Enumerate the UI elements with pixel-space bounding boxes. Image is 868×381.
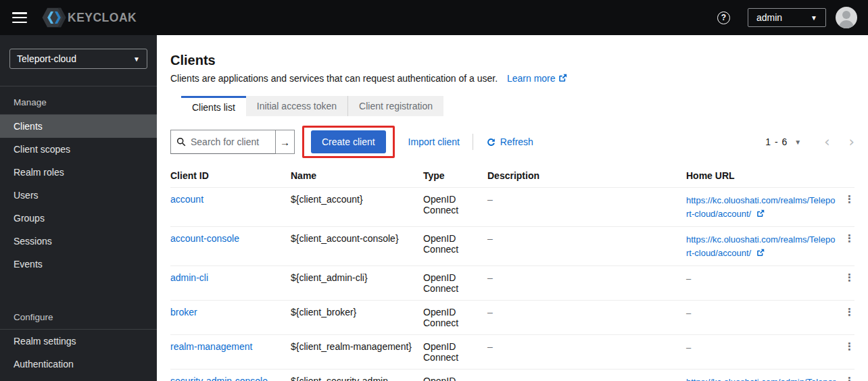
page-description-text: Clients are applications and services th… [170, 73, 498, 84]
toolbar-divider [473, 134, 473, 150]
main-content: Clients Clients are applications and ser… [157, 35, 868, 381]
kebab-menu-icon[interactable]: ⋮ [844, 193, 854, 205]
sidebar-item-realm-roles[interactable]: Realm roles [0, 161, 157, 184]
create-client-button[interactable]: Create client [311, 130, 386, 153]
pagination-range[interactable]: 1 - 6 [765, 136, 788, 147]
external-link-icon [756, 249, 765, 257]
sidebar-item-client-scopes[interactable]: Client scopes [0, 138, 157, 161]
table-row: admin-cli ${client_admin-cli} OpenID Con… [170, 266, 854, 301]
client-description: – [487, 188, 686, 227]
client-id-link[interactable]: broker [170, 307, 197, 318]
kebab-menu-icon[interactable]: ⋮ [844, 306, 854, 318]
sidebar-item-events[interactable]: Events [0, 253, 157, 276]
table-row: broker ${client_broker} OpenID Connect –… [170, 301, 854, 335]
search-box [170, 130, 276, 154]
sidebar: Teleport-cloud ▼ ManageClientsClient sco… [0, 35, 157, 381]
annotation-box: Create client [302, 126, 395, 158]
client-id-link[interactable]: realm-management [170, 341, 252, 352]
column-client-id: Client ID [170, 164, 291, 188]
client-id-link[interactable]: admin-cli [170, 272, 208, 283]
sidebar-item-identity-providers[interactable]: Identity providers [0, 376, 157, 381]
pagination-top: 1 - 6 ▼ ‹ › [765, 135, 854, 149]
pagination-prev-icon[interactable]: ‹ [824, 135, 829, 149]
masthead: KEYCLOAK ? admin ▼ [0, 0, 868, 35]
column-home-url: Home URL [686, 164, 844, 188]
home-url-link[interactable]: https://kc.oluoshati.com/realms/Teleport… [686, 195, 835, 219]
table-row: realm-management ${client_realm-manageme… [170, 335, 854, 370]
user-dropdown[interactable]: admin ▼ [748, 8, 826, 27]
nav-section-title-configure: Configure [0, 304, 157, 329]
kebab-menu-icon[interactable]: ⋮ [844, 375, 854, 381]
external-link-icon [756, 209, 765, 218]
sidebar-item-users[interactable]: Users [0, 184, 157, 207]
client-type: OpenID Connect [423, 266, 487, 301]
page-description: Clients are applications and services th… [170, 73, 854, 84]
client-name: ${client_broker} [291, 301, 423, 335]
kebab-menu-icon[interactable]: ⋮ [844, 340, 854, 353]
nav-section-title-manage: Manage [0, 89, 157, 114]
tab-bar: Clients listInitial access tokenClient r… [181, 96, 854, 116]
tab-initial-access-token[interactable]: Initial access token [246, 96, 347, 116]
search-submit-button[interactable]: → [276, 130, 295, 154]
learn-more-link[interactable]: Learn more [507, 73, 567, 84]
caret-down-icon: ▼ [811, 14, 817, 22]
client-description: – [487, 335, 686, 370]
column-actions [844, 164, 854, 188]
refresh-button[interactable]: Refresh [486, 136, 533, 147]
sidebar-nav: ManageClientsClient scopesRealm rolesUse… [0, 89, 157, 381]
sidebar-item-clients[interactable]: Clients [0, 115, 157, 138]
client-name: ${client_security-admin-console} [291, 370, 423, 381]
realm-selector-value: Teleport-cloud [17, 53, 76, 64]
search-icon [176, 137, 186, 147]
table-header-row: Client ID Name Type Description Home URL [170, 164, 854, 188]
client-type: OpenID Connect [423, 301, 487, 335]
column-name: Name [291, 164, 423, 188]
client-id-link[interactable]: security-admin-console [170, 376, 268, 381]
table-row: security-admin-console ${client_security… [170, 370, 854, 381]
sidebar-item-authentication[interactable]: Authentication [0, 353, 157, 376]
sidebar-item-groups[interactable]: Groups [0, 207, 157, 230]
home-url-empty: – [686, 274, 691, 284]
client-type: OpenID Connect [423, 188, 487, 227]
client-id-link[interactable]: account-console [170, 233, 239, 244]
pagination-next-icon[interactable]: › [849, 135, 854, 149]
toolbar: → Create client Import client Refresh 1 … [170, 126, 854, 158]
hamburger-menu-icon[interactable] [12, 12, 27, 23]
home-url-link[interactable]: https://kc.oluoshati.com/admin/Teleport-… [686, 377, 836, 381]
keycloak-brand[interactable]: KEYCLOAK [42, 7, 137, 28]
sidebar-item-sessions[interactable]: Sessions [0, 230, 157, 253]
tab-clients-list[interactable]: Clients list [181, 96, 246, 116]
kebab-menu-icon[interactable]: ⋮ [844, 232, 854, 245]
client-description: – [487, 266, 686, 301]
table-row: account-console ${client_account-console… [170, 227, 854, 266]
realm-selector[interactable]: Teleport-cloud ▼ [9, 49, 147, 69]
page-title: Clients [170, 53, 854, 68]
client-name: ${client_admin-cli} [291, 266, 423, 301]
sidebar-divider [0, 86, 157, 86]
keycloak-logo-icon [42, 7, 66, 28]
avatar[interactable] [836, 7, 857, 28]
client-description: – [487, 370, 686, 381]
kebab-menu-icon[interactable]: ⋮ [844, 272, 854, 284]
help-icon[interactable]: ? [717, 11, 730, 24]
column-type: Type [423, 164, 487, 188]
tab-client-registration[interactable]: Client registration [347, 96, 443, 116]
client-name: ${client_account-console} [291, 227, 423, 266]
refresh-icon [486, 137, 496, 147]
pagination-caret-icon[interactable]: ▼ [794, 138, 801, 146]
client-description: – [487, 227, 686, 266]
import-client-link[interactable]: Import client [408, 136, 460, 147]
client-type: OpenID Connect [423, 227, 487, 266]
client-id-link[interactable]: account [170, 194, 203, 205]
client-name: ${client_realm-management} [291, 335, 423, 370]
external-link-icon [558, 74, 567, 82]
home-url-link[interactable]: https://kc.oluoshati.com/realms/Teleport… [686, 234, 835, 258]
search-input[interactable] [191, 136, 270, 147]
clients-table: Client ID Name Type Description Home URL… [170, 164, 854, 381]
home-url-empty: – [686, 308, 691, 318]
sidebar-item-realm-settings[interactable]: Realm settings [0, 330, 157, 353]
table-row: account ${client_account} OpenID Connect… [170, 188, 854, 227]
home-url-empty: – [686, 342, 691, 353]
brand-text: KEYCLOAK [68, 11, 137, 25]
column-description: Description [487, 164, 686, 188]
